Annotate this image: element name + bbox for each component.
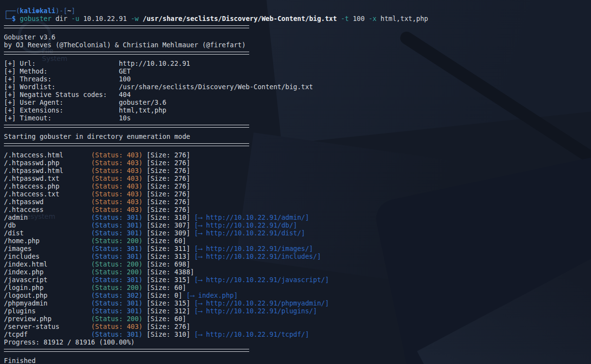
finished-line: Finished	[4, 357, 428, 364]
redirect-link[interactable]: [⟶ http://10.10.22.91/includes/]	[194, 252, 321, 260]
config-row: [+] Negative Status codes: 404	[4, 91, 428, 98]
result-path: /server-status	[4, 323, 91, 330]
result-status: (Status: 302)	[91, 291, 143, 299]
redirect-link[interactable]: [⟶ http://10.10.22.91/images/]	[194, 245, 313, 252]
result-size: [Size: 310]	[142, 330, 190, 338]
result-size: [Size: 4388]	[142, 268, 194, 276]
result-row: /dist (Status: 301) [Size: 309] [⟶ http:…	[4, 229, 428, 237]
config-label: [+] Method:	[4, 67, 119, 75]
result-path: /phpmyadmin	[4, 299, 91, 307]
result-status: (Status: 403)	[91, 167, 143, 174]
result-size: [Size: 311]	[142, 245, 190, 252]
result-size: [Size: 0]	[142, 291, 182, 299]
gobuster-command: gobuster dir -u 10.10.22.91 -w /usr/shar…	[20, 15, 428, 22]
redirect-link[interactable]: [⟶ http://10.10.22.91/tcpdf/]	[194, 330, 309, 338]
result-path: /.htaccess.html	[4, 151, 91, 159]
result-path: /preview.php	[4, 315, 91, 323]
result-status: (Status: 403)	[91, 323, 143, 330]
gobuster-version: Gobuster v3.6	[4, 33, 428, 41]
config-row: [+] Threads: 100	[4, 75, 428, 83]
result-path: /.htpasswd.html	[4, 167, 91, 174]
result-row: /server-status (Status: 403) [Size: 276]	[4, 323, 428, 330]
config-value: 100	[119, 75, 131, 83]
prompt-frame: )-[	[56, 7, 67, 15]
result-size: [Size: 315]	[142, 299, 190, 307]
result-path: /.htaccess	[4, 206, 91, 213]
result-size: [Size: 60]	[142, 237, 186, 245]
config-label: [+] Url:	[4, 59, 119, 67]
config-value: GET	[119, 67, 131, 75]
result-row: /.htpasswd.txt (Status: 403) [Size: 276]	[4, 174, 428, 182]
result-size: [Size: 276]	[142, 159, 190, 167]
redirect-link[interactable]: [⟶ http://10.10.22.91/dist/]	[194, 229, 305, 237]
separator	[4, 125, 428, 133]
prompt-frame: └─	[4, 15, 12, 22]
config-value: 10s	[119, 114, 131, 122]
result-path: /db	[4, 221, 91, 229]
result-status: (Status: 403)	[91, 174, 143, 182]
config-label: [+] Negative Status codes:	[4, 91, 119, 98]
result-size: [Size: 315]	[142, 276, 190, 284]
prompt-cwd: ~	[67, 7, 71, 15]
prompt-user-host: kali⊛kali	[20, 7, 56, 15]
config-row: [+] Timeout: 10s	[4, 114, 428, 122]
progress-line: Progress: 81912 / 81916 (100.00%)	[4, 338, 428, 346]
config-section: [+] Url: http://10.10.22.91[+] Method: G…	[4, 59, 428, 122]
config-label: [+] Timeout:	[4, 114, 119, 122]
result-status: (Status: 301)	[91, 229, 143, 237]
result-path: /.htpasswd	[4, 198, 91, 206]
command-token-plain: dir	[56, 15, 67, 22]
redirect-link[interactable]: [⟶ http://10.10.22.91/db/]	[194, 221, 297, 229]
result-row: /login.php (Status: 200) [Size: 60]	[4, 284, 428, 291]
result-status: (Status: 200)	[91, 237, 143, 245]
separator	[4, 52, 428, 59]
result-size: [Size: 276]	[142, 206, 190, 213]
result-path: /includes	[4, 252, 91, 260]
redirect-link[interactable]: [⟶ http://10.10.22.91/plugins/]	[194, 307, 317, 315]
result-path: /tcpdf	[4, 330, 91, 338]
redirect-link[interactable]: [⟶ http://10.10.22.91/javascript/]	[194, 276, 329, 284]
config-label: [+] Wordlist:	[4, 83, 119, 91]
result-status: (Status: 301)	[91, 276, 143, 284]
space	[190, 229, 194, 237]
result-row: /.htaccess.php (Status: 403) [Size: 276]	[4, 182, 428, 190]
result-row: /.htpasswd.html (Status: 403) [Size: 276…	[4, 167, 428, 174]
config-value: html,txt,php	[119, 106, 167, 114]
space	[190, 330, 194, 338]
prompt-frame: ┌──(	[4, 7, 20, 15]
redirect-link[interactable]: [⟶ http://10.10.22.91/admin/]	[194, 213, 309, 221]
redirect-link[interactable]: [⟶ index.php]	[186, 291, 238, 299]
command-token-cmd: gobuster	[20, 15, 52, 22]
result-size: [Size: 310]	[142, 213, 190, 221]
result-row: /plugins (Status: 301) [Size: 312] [⟶ ht…	[4, 307, 428, 315]
config-value: http://10.10.22.91	[119, 59, 190, 67]
result-status: (Status: 200)	[91, 268, 143, 276]
result-row: /index.html (Status: 200) [Size: 698]	[4, 260, 428, 268]
command-token-plain: 10.10.22.91	[83, 15, 127, 22]
result-row: /images (Status: 301) [Size: 311] [⟶ htt…	[4, 245, 428, 252]
result-size: [Size: 276]	[142, 174, 190, 182]
result-status: (Status: 301)	[91, 221, 143, 229]
result-size: [Size: 276]	[142, 323, 190, 330]
result-path: /.htaccess.php	[4, 182, 91, 190]
config-row: [+] Url: http://10.10.22.91	[4, 59, 428, 67]
result-size: [Size: 60]	[142, 284, 186, 291]
result-row: /javascript (Status: 301) [Size: 315] [⟶…	[4, 276, 428, 284]
result-row: /phpmyadmin (Status: 301) [Size: 315] [⟶…	[4, 299, 428, 307]
result-row: /index.php (Status: 200) [Size: 4388]	[4, 268, 428, 276]
result-status: (Status: 403)	[91, 182, 143, 190]
command-token-plain: html,txt,php	[380, 15, 428, 22]
result-row: /logout.php (Status: 302) [Size: 0] [⟶ i…	[4, 291, 428, 299]
result-row: /home.php (Status: 200) [Size: 60]	[4, 237, 428, 245]
config-label: [+] Threads:	[4, 75, 119, 83]
space	[190, 276, 194, 284]
result-status: (Status: 403)	[91, 159, 143, 167]
redirect-link[interactable]: [⟶ http://10.10.22.91/phpmyadmin/]	[194, 299, 329, 307]
space	[190, 307, 194, 315]
command-token-flag: -u	[71, 15, 79, 22]
config-label: [+] User Agent:	[4, 98, 119, 106]
result-size: [Size: 312]	[142, 307, 190, 315]
config-row: [+] Extensions: html,txt,php	[4, 106, 428, 114]
result-path: /.htaccess.txt	[4, 190, 91, 198]
terminal-output: ┌──(kali⊛kali)-[~] └─$ gobuster dir -u 1…	[4, 7, 428, 364]
